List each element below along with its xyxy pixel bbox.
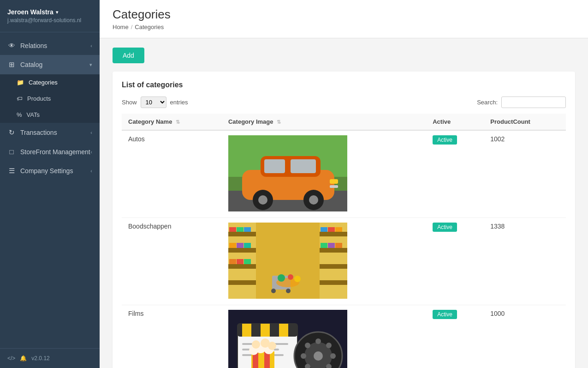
bell-icon: 🔔: [20, 355, 27, 362]
entries-select[interactable]: 10 25 50 100: [141, 97, 166, 108]
page-title: Categories: [113, 7, 575, 22]
breadcrumb-home[interactable]: Home: [113, 24, 129, 30]
svg-rect-49: [242, 324, 251, 337]
svg-rect-17: [228, 264, 256, 269]
show-entries: Show 10 25 50 100 entries: [122, 97, 188, 108]
transactions-icon: ↻: [7, 128, 16, 137]
svg-rect-30: [320, 264, 347, 269]
sidebar-item-catalog[interactable]: ⊞ Catalog ▾: [0, 55, 100, 74]
category-image-cell: [222, 218, 426, 305]
main-content: Categories Home / Categories Add List of…: [100, 0, 588, 368]
search-box: Search:: [477, 97, 566, 108]
breadcrumb-current: Categories: [135, 24, 164, 30]
sidebar-subitem-label: Categories: [29, 79, 58, 86]
sidebar-item-company-settings[interactable]: ☰ Company Settings ‹: [0, 161, 100, 181]
category-image-cell: [222, 130, 426, 218]
add-button[interactable]: Add: [113, 48, 144, 63]
svg-point-57: [314, 351, 323, 361]
chevron-right-icon: ‹: [90, 43, 92, 48]
version-label: v2.0.12: [31, 355, 49, 362]
svg-rect-20: [237, 227, 244, 232]
svg-point-58: [315, 338, 321, 344]
table-row: Boodschappen: [122, 218, 566, 305]
col-header-image[interactable]: Category Image ⇅: [222, 114, 426, 130]
user-dropdown-icon: ▾: [56, 10, 58, 15]
svg-rect-50: [261, 324, 270, 337]
svg-rect-34: [335, 227, 342, 232]
storefront-icon: □: [7, 148, 16, 156]
catalog-icon: ⊞: [7, 60, 16, 69]
sidebar-user: Jeroen Walstra ▾ j.walstra@forward-solut…: [0, 0, 100, 32]
sidebar-item-products[interactable]: 🏷 Products: [0, 90, 100, 107]
category-name-cell: Films: [122, 305, 222, 368]
sidebar-item-label: Company Settings: [20, 167, 73, 175]
status-badge: Active: [433, 310, 457, 319]
svg-point-72: [252, 340, 260, 349]
relations-icon: 👁: [7, 42, 16, 49]
svg-rect-15: [228, 232, 256, 236]
svg-point-43: [278, 274, 285, 282]
category-count-cell: 1002: [484, 130, 566, 218]
svg-point-74: [268, 342, 276, 350]
categories-table: Category Name ⇅ Category Image ⇅ Active …: [122, 114, 566, 368]
svg-point-44: [288, 274, 293, 280]
search-input[interactable]: [501, 97, 566, 108]
svg-rect-6: [291, 159, 316, 173]
code-icon: </>: [7, 355, 15, 362]
svg-point-40: [271, 289, 276, 293]
categories-card: List of categories Show 10 25 50 100 ent…: [113, 72, 575, 368]
category-active-cell: Active: [426, 130, 484, 218]
sidebar-item-label: Transactions: [20, 129, 57, 136]
svg-rect-28: [320, 232, 347, 236]
svg-rect-12: [330, 185, 338, 188]
sort-icon: ⇅: [176, 119, 180, 125]
category-active-cell: Active: [426, 305, 484, 368]
svg-rect-24: [244, 243, 251, 248]
svg-rect-31: [320, 280, 347, 285]
svg-point-10: [309, 195, 318, 205]
card-title: List of categories: [122, 81, 566, 89]
svg-rect-37: [335, 243, 342, 248]
svg-rect-25: [229, 259, 236, 264]
svg-rect-51: [279, 324, 288, 337]
sidebar-item-relations[interactable]: 👁 Relations ‹: [0, 36, 100, 55]
svg-rect-21: [244, 227, 251, 232]
sort-icon: ⇅: [277, 119, 281, 125]
sidebar-nav: 👁 Relations ‹ ⊞ Catalog ▾ 📁 Categories 🏷…: [0, 32, 100, 348]
show-label: Show: [122, 99, 137, 106]
sidebar-subitem-label: Products: [27, 95, 51, 102]
svg-point-62: [305, 343, 310, 348]
tag-icon: 🏷: [17, 95, 23, 102]
chevron-right-icon: ‹: [90, 130, 92, 135]
col-header-productcount[interactable]: ProductCount: [484, 114, 566, 130]
svg-point-61: [330, 353, 336, 359]
sidebar-item-transactions[interactable]: ↻ Transactions ‹: [0, 123, 100, 142]
svg-rect-29: [320, 248, 347, 253]
catalog-submenu: 📁 Categories 🏷 Products % VATs: [0, 74, 100, 123]
category-name-cell: Autos: [122, 130, 222, 218]
sidebar-item-vats[interactable]: % VATs: [0, 107, 100, 123]
svg-rect-33: [328, 227, 335, 232]
breadcrumb: Home / Categories: [113, 24, 575, 30]
percent-icon: %: [17, 111, 22, 118]
sidebar-item-label: Catalog: [20, 61, 42, 68]
category-count-cell: 1338: [484, 218, 566, 305]
sidebar-item-label: Relations: [20, 42, 47, 49]
col-header-name[interactable]: Category Name ⇅: [122, 114, 222, 130]
table-row: Autos: [122, 130, 566, 218]
user-email: j.walstra@forward-solutions.nl: [7, 17, 92, 24]
svg-rect-27: [244, 259, 251, 264]
sidebar-footer: </> 🔔 v2.0.12: [0, 348, 100, 368]
sidebar-subitem-label: VATs: [27, 111, 40, 118]
svg-rect-11: [330, 179, 338, 184]
sidebar-item-categories[interactable]: 📁 Categories: [0, 74, 100, 90]
svg-rect-26: [237, 259, 244, 264]
col-header-active[interactable]: Active: [426, 114, 484, 130]
sidebar-item-storefront[interactable]: □ StoreFront Management ‹: [0, 142, 100, 161]
chevron-right-icon: ‹: [90, 149, 92, 155]
svg-rect-36: [328, 243, 335, 248]
sidebar: Jeroen Walstra ▾ j.walstra@forward-solut…: [0, 0, 100, 368]
user-name[interactable]: Jeroen Walstra ▾: [7, 8, 92, 16]
svg-point-45: [294, 276, 301, 282]
settings-icon: ☰: [7, 167, 16, 175]
